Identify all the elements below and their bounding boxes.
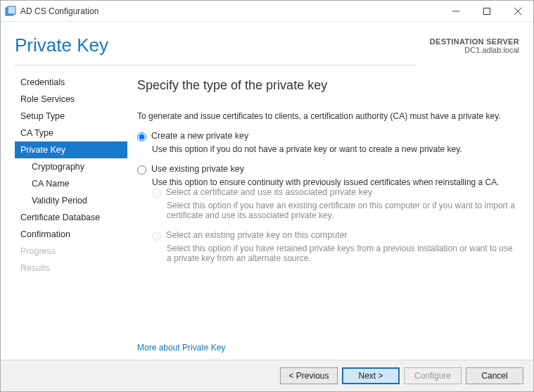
sidebar-item-cryptography[interactable]: Cryptography <box>15 158 127 175</box>
sidebar-item-validity-period[interactable]: Validity Period <box>15 192 127 209</box>
maximize-button[interactable] <box>471 1 502 22</box>
previous-button[interactable]: < Previous <box>280 367 338 384</box>
titlebar: AD CS Configuration <box>1 1 533 22</box>
svg-rect-3 <box>484 8 490 14</box>
sidebar-item-confirmation[interactable]: Confirmation <box>15 226 127 243</box>
option-use-existing: Use existing private key Use this option… <box>137 164 515 273</box>
desc-select-key: Select this option if you have retained … <box>167 244 515 263</box>
content-intro: To generate and issue certificates to cl… <box>137 111 515 121</box>
app-icon <box>5 6 16 17</box>
sidebar-item-results: Results <box>15 260 127 277</box>
label-select-cert: Select a certificate and use its associa… <box>166 187 372 197</box>
sidebar-item-private-key[interactable]: Private Key <box>15 141 127 158</box>
destination-value: DC1.adlab.local <box>430 46 519 54</box>
radio-select-cert <box>152 189 161 198</box>
sidebar: Credentials Role Services Setup Type CA … <box>1 72 127 360</box>
body: Credentials Role Services Setup Type CA … <box>1 72 533 360</box>
sidebar-item-certificate-database[interactable]: Certificate Database <box>15 209 127 226</box>
content-heading: Specify the type of the private key <box>137 78 515 93</box>
option-create-new: Create a new private key Use this option… <box>137 131 515 154</box>
content-panel: Specify the type of the private key To g… <box>127 72 533 360</box>
sidebar-item-ca-type[interactable]: CA Type <box>15 125 127 141</box>
desc-use-existing: Use this option to ensure continuity wit… <box>152 177 515 187</box>
sidebar-item-ca-name[interactable]: CA Name <box>15 175 127 192</box>
suboption-select-cert: Select a certificate and use its associa… <box>152 187 515 220</box>
radio-select-key <box>152 232 161 241</box>
radio-create-new[interactable] <box>137 132 146 141</box>
header: Private Key DESTINATION SERVER DC1.adlab… <box>1 22 533 72</box>
desc-create-new: Use this option if you do not have a pri… <box>152 144 515 154</box>
sidebar-item-credentials[interactable]: Credentials <box>15 74 127 91</box>
suboption-select-key: Select an existing private key on this c… <box>152 230 515 263</box>
sidebar-item-setup-type[interactable]: Setup Type <box>15 108 127 125</box>
label-create-new[interactable]: Create a new private key <box>151 131 248 141</box>
radio-use-existing[interactable] <box>137 165 146 175</box>
next-button[interactable]: Next > <box>342 367 400 384</box>
sidebar-item-progress: Progress <box>15 243 127 260</box>
destination-server: DESTINATION SERVER DC1.adlab.local <box>430 37 519 65</box>
close-button[interactable] <box>502 1 533 22</box>
label-use-existing[interactable]: Use existing private key <box>151 164 244 174</box>
label-select-key: Select an existing private key on this c… <box>166 230 348 240</box>
sidebar-item-role-services[interactable]: Role Services <box>15 91 127 108</box>
configure-button: Configure <box>404 367 462 384</box>
more-about-link[interactable]: More about Private Key <box>137 329 515 353</box>
cancel-button[interactable]: Cancel <box>466 367 523 384</box>
window-buttons <box>440 1 533 22</box>
svg-rect-1 <box>8 6 15 14</box>
window-title: AD CS Configuration <box>20 6 440 16</box>
page-title: Private Key <box>15 34 416 65</box>
footer: < Previous Next > Configure Cancel <box>1 360 533 391</box>
destination-label: DESTINATION SERVER <box>430 37 519 46</box>
minimize-button[interactable] <box>440 1 471 22</box>
desc-select-cert: Select this option if you have an existi… <box>167 201 515 220</box>
